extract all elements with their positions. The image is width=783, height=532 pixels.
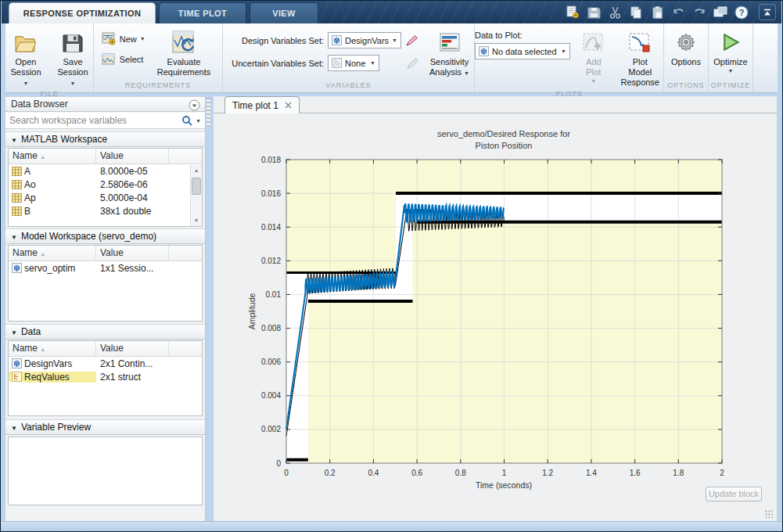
section-label-optimize: OPTIMIZE — [709, 81, 752, 92]
panel-menu-icon[interactable] — [189, 99, 200, 111]
svg-text:1.4: 1.4 — [586, 469, 597, 477]
collapse-triangle-icon: ▼ — [11, 329, 17, 336]
select-requirement-icon — [102, 52, 117, 66]
column-header-name[interactable]: Name ▲ — [9, 246, 96, 261]
table-row[interactable]: Ap5.0000e-04 — [9, 191, 202, 204]
table-row[interactable]: ReqValues2x1 struct — [9, 370, 202, 383]
document-tab-bar: Time plot 1 — [214, 96, 777, 113]
new-script-icon[interactable] — [564, 4, 581, 20]
caret-down-icon: ▼ — [591, 77, 596, 84]
section-model-workspace[interactable]: ▼Model Workspace (servo_demo) — [5, 228, 205, 244]
column-header-value[interactable]: Value — [96, 246, 169, 261]
svg-text:0.8: 0.8 — [455, 469, 466, 477]
scroll-up-icon: ▲ — [191, 165, 202, 176]
uncertain-variables-label: Uncertain Variables Set: — [224, 59, 324, 68]
options-button[interactable]: Options — [667, 28, 705, 69]
select-requirement-button[interactable]: Select — [102, 52, 145, 66]
variable-value: 8.0000e-05 — [96, 166, 169, 177]
matrix-icon — [12, 167, 22, 176]
matrix-icon — [12, 180, 22, 189]
open-session-line2: Session — [10, 67, 41, 77]
caret-down-icon: ▼ — [728, 67, 734, 74]
design-variables-dropdown[interactable]: DesignVars ▼ — [328, 32, 401, 49]
status-bar — [2, 521, 781, 530]
ribbon-section-file: Open Session ▼ Save Session ▼ FILE — [5, 23, 94, 92]
undo-icon — [670, 4, 687, 20]
paste-icon — [648, 4, 666, 20]
matrix-icon — [12, 207, 22, 216]
section-variable-preview[interactable]: ▼Variable Preview — [5, 419, 205, 435]
search-options-caret-icon[interactable]: ▼ — [196, 117, 201, 124]
table-row[interactable]: A8.0000e-05 — [9, 164, 202, 178]
panel-splitter-handle[interactable] — [207, 98, 210, 126]
resize-grip[interactable] — [765, 510, 773, 518]
collapse-ribbon-button[interactable] — [759, 4, 776, 20]
session-cube-icon — [12, 263, 22, 273]
plot-model-response-button[interactable]: Plot Model Response — [616, 28, 663, 89]
variable-name: DesignVars — [24, 358, 96, 369]
column-header-name[interactable]: Name ▲ — [9, 341, 96, 356]
variable-value: 38x1 double — [96, 206, 169, 217]
tab-response-optimization[interactable]: RESPONSE OPTIMIZATION — [9, 2, 156, 23]
open-folder-icon — [14, 30, 38, 55]
workspace-search[interactable]: Search workspace variables ▼ — [5, 113, 205, 129]
open-session-button[interactable]: Open Session ▼ — [5, 28, 46, 89]
plot-model-response-icon — [629, 30, 651, 55]
table-row[interactable]: Ao2.5806e-06 — [9, 178, 202, 191]
edit-uncertain-variables-icon — [406, 57, 420, 70]
table-row[interactable]: DesignVars2x1 Contin... — [9, 357, 202, 370]
data-to-plot-dropdown[interactable]: No data selected ▼ — [475, 43, 570, 59]
variable-set-cube-icon — [332, 35, 342, 45]
caret-down-icon: ▼ — [392, 37, 397, 44]
save-session-button[interactable]: Save Session ▼ — [52, 28, 93, 89]
section-data[interactable]: ▼Data — [5, 324, 205, 340]
none-set-icon — [332, 58, 342, 68]
new-requirement-button[interactable]: New ▼ — [102, 32, 145, 45]
column-header-value[interactable]: Value — [96, 341, 169, 356]
variable-value: 5.0000e-04 — [96, 192, 169, 203]
tab-time-plot[interactable]: TIME PLOT — [159, 2, 246, 23]
variable-name: B — [24, 206, 96, 217]
svg-text:0.006: 0.006 — [261, 358, 281, 366]
variable-preview-box — [8, 437, 203, 505]
close-icon[interactable] — [285, 102, 292, 109]
evaluate-requirements-icon — [171, 30, 197, 55]
help-icon[interactable]: ? — [733, 4, 750, 20]
uncertain-variables-dropdown[interactable]: None ▼ — [328, 55, 379, 71]
table-scrollbar[interactable]: ▲▼ — [190, 165, 202, 226]
add-plot-icon — [583, 30, 605, 55]
tab-view[interactable]: VIEW — [250, 2, 318, 23]
caret-down-icon: ▼ — [464, 70, 469, 76]
svg-text:0: 0 — [284, 469, 289, 477]
sensitivity-analysis-button[interactable]: Sensitivity Analysis ▼ — [426, 28, 473, 79]
data-browser-panel: Data Browser Search workspace variables … — [5, 96, 206, 521]
search-icon[interactable] — [181, 115, 192, 126]
window-layout-icon[interactable] — [712, 4, 729, 20]
section-matlab-workspace[interactable]: ▼MATLAB Workspace — [5, 131, 205, 147]
matlab-workspace-table: Name ▲ValueA8.0000e-05Ao2.5806e-06Ap5.00… — [8, 148, 203, 227]
svg-text:0.008: 0.008 — [261, 324, 281, 332]
svg-text:1.8: 1.8 — [673, 469, 684, 477]
variable-name: A — [24, 166, 96, 177]
design-variables-label: Design Variables Set: — [224, 36, 324, 45]
search-placeholder: Search workspace variables — [9, 115, 181, 126]
ribbon-section-variables: Design Variables Set: DesignVars ▼ Uncer… — [223, 23, 475, 92]
save-floppy-icon — [63, 30, 83, 55]
update-block-button[interactable]: Update block — [706, 487, 762, 501]
variable-name: Ao — [24, 179, 96, 190]
document-area: Time plot 1 servo_demo/Desired Response … — [214, 96, 777, 521]
caret-down-icon: ▼ — [140, 35, 145, 42]
column-header-name[interactable]: Name ▲ — [9, 149, 96, 164]
tab-time-plot-1[interactable]: Time plot 1 — [224, 96, 300, 113]
column-header-value[interactable]: Value — [96, 149, 169, 164]
save-icon — [585, 4, 602, 20]
optimize-button[interactable]: Optimize ▼ — [709, 28, 751, 76]
redo-icon — [691, 4, 708, 20]
table-row[interactable]: servo_optim1x1 Sessio... — [9, 261, 202, 275]
ribbon-section-options: Options OPTIONS — [664, 23, 709, 92]
edit-design-variables-icon[interactable] — [405, 34, 419, 47]
cut-icon — [606, 4, 623, 20]
evaluate-requirements-button[interactable]: Evaluate Requirements — [153, 28, 214, 79]
table-row[interactable]: B38x1 double — [9, 204, 202, 217]
svg-text:?: ? — [739, 8, 745, 17]
